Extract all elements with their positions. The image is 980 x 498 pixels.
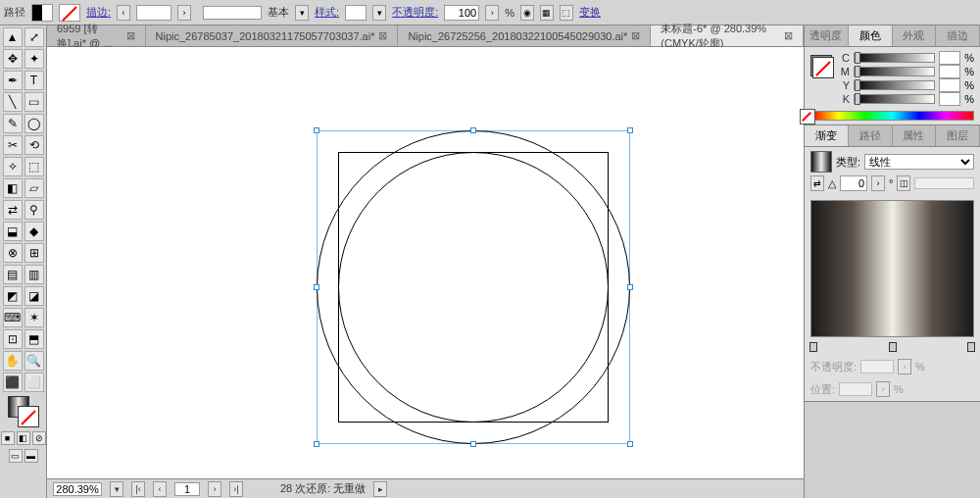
transform-icon[interactable]: ⬚ (560, 5, 573, 21)
channel-value[interactable] (939, 51, 960, 65)
gradient-type-select[interactable]: 线性 (864, 154, 974, 170)
close-icon[interactable]: ⊠ (784, 29, 793, 42)
style-swatch[interactable] (345, 5, 367, 21)
no-fill-swatch[interactable] (59, 4, 80, 22)
status-next-icon[interactable]: ▸ (373, 481, 387, 497)
channel-slider[interactable] (854, 67, 935, 76)
channel-value[interactable] (939, 78, 960, 92)
gradient-stop[interactable] (809, 342, 817, 352)
tool-1[interactable]: ⤢ (24, 27, 44, 47)
tool-14[interactable]: ◧ (3, 178, 23, 198)
handle-icon[interactable] (627, 441, 633, 447)
page-first-icon[interactable]: |‹ (131, 481, 145, 497)
tool-15[interactable]: ▱ (24, 178, 44, 198)
tool-5[interactable]: T (24, 71, 44, 90)
slider-thumb[interactable] (855, 66, 860, 77)
aspect-icon[interactable]: ◫ (897, 175, 910, 191)
stop-position-arrow-icon[interactable]: › (876, 381, 890, 397)
page-prev-icon[interactable]: ‹ (153, 481, 167, 497)
tool-18[interactable]: ⬓ (3, 222, 23, 241)
zoom-input[interactable] (53, 482, 102, 496)
gradient-stop[interactable] (889, 342, 897, 352)
transform-link[interactable]: 变换 (579, 5, 601, 20)
opacity-arrow-icon[interactable]: › (485, 5, 499, 21)
tool-23[interactable]: ▥ (24, 265, 44, 284)
screen-mode2-icon[interactable]: ▬ (24, 449, 38, 463)
tool-4[interactable]: ✒ (3, 71, 23, 90)
document-tab[interactable]: 6959 [转换].ai* @ ...⊠ (47, 25, 146, 46)
tab-path[interactable]: 路径 (849, 125, 893, 146)
brush-dropdown[interactable] (203, 6, 262, 20)
page-last-icon[interactable]: ›| (229, 481, 243, 497)
channel-value[interactable] (939, 92, 960, 106)
tab-gradient[interactable]: 渐变 (805, 125, 849, 146)
handle-icon[interactable] (314, 284, 319, 290)
tool-27[interactable]: ✶ (24, 308, 44, 327)
gradient-preview[interactable] (810, 200, 974, 337)
gradient-stops[interactable] (810, 340, 974, 352)
tool-6[interactable]: ╲ (3, 92, 23, 112)
close-icon[interactable]: ⊠ (631, 29, 640, 42)
tab-layers[interactable]: 图层 (936, 125, 980, 146)
aspect-slider[interactable] (914, 177, 974, 189)
style-dropdown-icon[interactable]: ▾ (372, 5, 386, 21)
handle-icon[interactable] (470, 127, 476, 133)
handle-icon[interactable] (627, 284, 633, 290)
page-next-icon[interactable]: › (208, 481, 221, 497)
handle-icon[interactable] (314, 127, 319, 133)
close-icon[interactable]: ⊠ (378, 29, 387, 42)
angle-arrow-icon[interactable]: › (871, 175, 885, 191)
channel-slider[interactable] (854, 53, 935, 63)
stroke-well[interactable] (18, 406, 39, 427)
tool-22[interactable]: ▤ (3, 265, 23, 284)
tool-29[interactable]: ⬒ (24, 329, 44, 349)
handle-icon[interactable] (627, 127, 633, 133)
tab-opacity[interactable]: 透明度 (805, 25, 849, 46)
stroke-dec[interactable]: ‹ (117, 5, 130, 21)
tool-33[interactable]: ⬜ (24, 373, 44, 392)
tool-31[interactable]: 🔍 (24, 351, 44, 371)
color-mode-icon[interactable]: ■ (1, 431, 15, 445)
stroke-link[interactable]: 描边: (86, 5, 111, 20)
document-tab[interactable]: 未标题-6* @ 280.39% (CMYK/轮廓)⊠ (651, 25, 804, 46)
tool-13[interactable]: ⬚ (24, 157, 44, 176)
zoom-dropdown-icon[interactable]: ▾ (110, 481, 123, 497)
tool-12[interactable]: ✧ (3, 157, 23, 176)
tool-19[interactable]: ◆ (24, 222, 44, 241)
stop-opacity-arrow-icon[interactable]: › (898, 359, 911, 374)
stroke-inc[interactable]: › (177, 5, 191, 21)
spectrum-strip[interactable] (810, 111, 974, 121)
slider-thumb[interactable] (855, 93, 860, 105)
reverse-icon[interactable]: ⇄ (810, 175, 824, 191)
tab-color[interactable]: 颜色 (849, 25, 893, 46)
slider-thumb[interactable] (855, 79, 860, 91)
stop-position-value[interactable] (839, 382, 872, 396)
tab-stroke[interactable]: 描边 (936, 25, 980, 46)
gradient-stop[interactable] (967, 342, 975, 352)
tool-21[interactable]: ⊞ (24, 243, 44, 263)
tool-25[interactable]: ◪ (24, 286, 44, 306)
document-tab[interactable]: Nipic_26725256_20180322100545029030.ai* … (398, 25, 651, 46)
tool-11[interactable]: ⟲ (24, 135, 44, 155)
tool-2[interactable]: ✥ (3, 49, 23, 69)
align-icon[interactable]: ▦ (540, 5, 554, 21)
basic-dropdown-icon[interactable]: ▾ (295, 5, 309, 21)
opacity-input[interactable] (444, 5, 479, 21)
tool-7[interactable]: ▭ (24, 92, 44, 112)
fill-stroke-swatch[interactable] (31, 4, 53, 22)
tool-28[interactable]: ⊡ (3, 329, 23, 349)
stop-opacity-value[interactable] (860, 360, 894, 374)
opacity-link[interactable]: 不透明度: (392, 5, 438, 20)
recolor-icon[interactable]: ◉ (520, 5, 534, 21)
tool-20[interactable]: ⊗ (3, 243, 23, 263)
tool-24[interactable]: ◩ (3, 286, 23, 306)
tool-26[interactable]: ⌨ (3, 308, 23, 327)
style-link[interactable]: 样式: (315, 5, 339, 20)
inner-circle-path[interactable] (338, 152, 609, 423)
page-input[interactable] (174, 482, 200, 496)
tool-32[interactable]: ⬛ (3, 373, 23, 392)
channel-value[interactable] (939, 65, 960, 78)
panel-fill-stroke[interactable] (810, 55, 834, 78)
tool-30[interactable]: ✋ (3, 351, 23, 371)
angle-input[interactable] (840, 175, 867, 191)
